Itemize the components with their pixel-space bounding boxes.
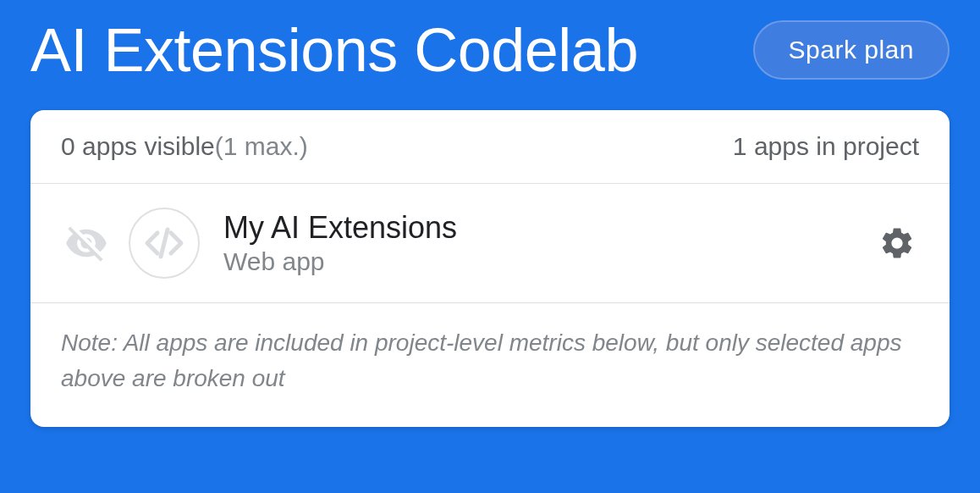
visible-count: 0 apps visible bbox=[61, 132, 215, 160]
settings-button[interactable] bbox=[875, 221, 919, 265]
visibility-toggle-icon[interactable] bbox=[61, 218, 112, 269]
visible-max: (1 max.) bbox=[215, 132, 308, 160]
app-name: My AI Extensions bbox=[223, 210, 875, 246]
app-info: My AI Extensions Web app bbox=[223, 210, 875, 276]
header: AI Extensions Codelab Spark plan bbox=[0, 0, 980, 110]
note-section: Note: All apps are included in project-l… bbox=[30, 303, 950, 427]
platform-badge bbox=[129, 208, 200, 279]
apps-card: 0 apps visible(1 max.) 1 apps in project… bbox=[30, 110, 950, 427]
project-apps-count: 1 apps in project bbox=[733, 132, 919, 161]
code-icon bbox=[144, 223, 184, 263]
plan-badge-button[interactable]: Spark plan bbox=[753, 20, 950, 80]
app-row: My AI Extensions Web app bbox=[30, 184, 950, 303]
visible-apps-label: 0 apps visible(1 max.) bbox=[61, 132, 308, 161]
page-container: AI Extensions Codelab Spark plan 0 apps … bbox=[0, 0, 980, 427]
gear-icon bbox=[878, 224, 916, 262]
svg-line-0 bbox=[161, 230, 168, 257]
app-type: Web app bbox=[223, 247, 875, 276]
card-header: 0 apps visible(1 max.) 1 apps in project bbox=[30, 110, 950, 184]
note-text: Note: All apps are included in project-l… bbox=[61, 325, 919, 396]
page-title: AI Extensions Codelab bbox=[30, 15, 638, 85]
